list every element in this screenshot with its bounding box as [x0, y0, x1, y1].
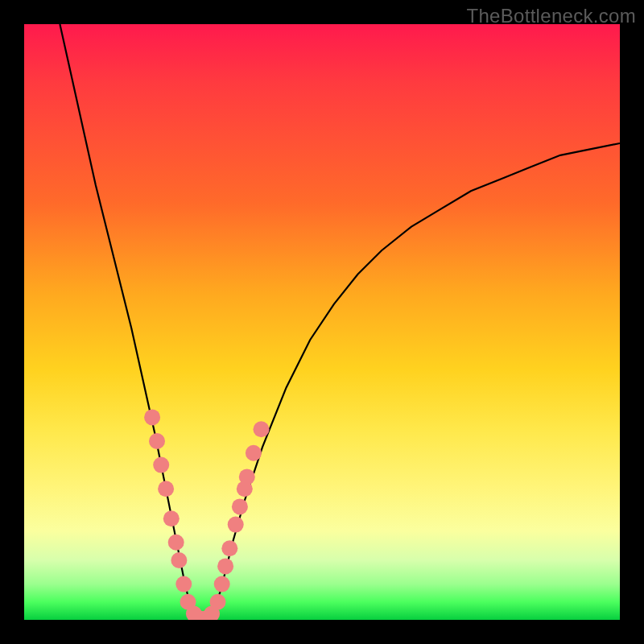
highlight-dot [149, 433, 165, 449]
bottleneck-curve [60, 24, 620, 620]
highlight-dot [246, 445, 262, 461]
highlight-dot [221, 540, 237, 556]
highlight-dot [228, 517, 244, 533]
highlight-dot [214, 576, 230, 592]
highlight-dot [254, 421, 270, 437]
highlight-dot [217, 558, 233, 574]
highlight-dot [210, 594, 226, 610]
highlight-dot [163, 510, 180, 526]
highlight-dots-group [144, 409, 269, 620]
chart-svg [24, 24, 620, 620]
highlight-dot [232, 498, 248, 514]
highlight-dot [153, 457, 169, 473]
highlight-dot [171, 552, 187, 568]
highlight-dot [144, 409, 160, 425]
plot-area [24, 24, 620, 620]
highlight-dot [175, 576, 192, 592]
highlight-dot [158, 481, 174, 497]
highlight-dot [168, 535, 184, 551]
highlight-dot [239, 469, 255, 485]
chart-frame: TheBottleneck.com [0, 0, 644, 644]
